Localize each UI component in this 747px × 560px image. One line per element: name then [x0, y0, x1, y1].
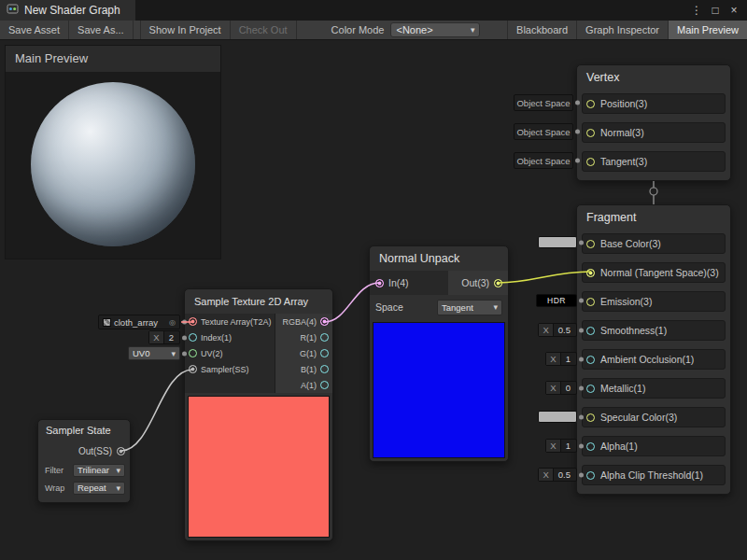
texture-array-object-field[interactable]: cloth_array ◎ [98, 315, 180, 329]
space-label: Space [375, 301, 403, 313]
port-texture-array-icon[interactable] [189, 317, 197, 326]
wrap-value: Repeat [78, 483, 106, 493]
slot-ambient-occlusion: Ambient Occlusion(1) [582, 349, 726, 370]
color-mode-dropdown[interactable]: <None> ▾ [390, 22, 480, 37]
filter-row: Filter Trilinear ▾ [38, 461, 130, 479]
port-metallic-icon[interactable] [586, 385, 595, 393]
slot-texture-array: Texture Array(T2A) [185, 314, 275, 329]
main-preview-panel[interactable]: Main Preview [5, 45, 221, 259]
normal-unpack-title: Normal Unpack [370, 246, 508, 271]
port-out-ss-icon[interactable] [117, 447, 125, 455]
vertex-fragment-connector-icon[interactable] [650, 188, 657, 195]
close-icon[interactable]: × [725, 0, 743, 21]
field-value[interactable]: 2 [164, 331, 179, 343]
field-value[interactable]: 0.5 [554, 324, 576, 336]
wrap-label: Wrap [45, 483, 69, 493]
filter-dropdown[interactable]: Trilinear ▾ [73, 464, 125, 477]
field-value[interactable]: 1 [561, 440, 576, 452]
object-picker-icon[interactable]: ◎ [169, 318, 176, 327]
field-value[interactable]: 0 [561, 382, 576, 394]
slot-label: Specular Color(3) [600, 412, 677, 423]
field-value[interactable]: 1 [561, 353, 576, 365]
port-normal-icon[interactable] [586, 129, 595, 137]
kebab-menu-icon[interactable]: ⋮ [687, 0, 706, 21]
slot-label: UV(2) [201, 349, 223, 358]
port-smoothness-icon[interactable] [586, 327, 595, 335]
maximize-icon[interactable]: □ [706, 0, 725, 21]
position-space-tag[interactable]: Object Space [514, 94, 573, 111]
graph-inspector-toggle[interactable]: Graph Inspector [576, 21, 668, 39]
wrap-row: Wrap Repeat ▾ [38, 479, 130, 497]
toolbar: Save Asset Save As... Show In Project Ch… [0, 21, 747, 40]
alpha-clip-threshold-field[interactable]: X 0.5 [538, 468, 577, 482]
port-rgba-icon[interactable] [320, 317, 329, 326]
port-position-icon[interactable] [586, 100, 595, 108]
space-dropdown[interactable]: Tangent ▾ [437, 300, 502, 315]
port-out3-icon[interactable] [494, 279, 502, 287]
check-out-button[interactable]: Check Out [231, 21, 297, 39]
index-field[interactable]: X 2 [148, 330, 180, 344]
slot-out-ss: Out(SS) [38, 441, 130, 461]
port-index-icon[interactable] [189, 333, 197, 342]
base-color-swatch[interactable] [538, 236, 577, 248]
port-tangent-icon[interactable] [586, 158, 595, 166]
port-a-icon[interactable] [320, 381, 329, 389]
slot-label: Index(1) [201, 333, 232, 343]
axis-label: X [539, 469, 553, 481]
sampler-state-title: Sampler State [38, 420, 130, 441]
sampler-state-node[interactable]: Sampler State Out(SS) Filter Trilinear ▾… [37, 419, 131, 503]
fragment-node-title: Fragment [577, 205, 730, 230]
metallic-field[interactable]: X 0 [545, 381, 577, 395]
window-controls: ⋮ □ × [687, 0, 747, 21]
port-normal-tangent-icon[interactable] [586, 269, 595, 277]
slot-a: A(1) [275, 377, 332, 393]
tangent-space-tag[interactable]: Object Space [514, 152, 573, 169]
slot-rgba: RGBA(4) [275, 314, 332, 329]
alpha-field[interactable]: X 1 [545, 439, 577, 453]
slot-tangent: Tangent(3) [582, 151, 726, 172]
slot-alpha-clip-threshold: Alpha Clip Threshold(1) [582, 465, 726, 485]
preview-sphere [31, 82, 195, 246]
port-b-icon[interactable] [320, 365, 329, 373]
blackboard-toggle[interactable]: Blackboard [507, 21, 576, 39]
edge-samplerstate-to-sampler[interactable] [121, 370, 192, 451]
port-base-color-icon[interactable] [586, 240, 595, 248]
sample-texture-2d-array-node[interactable]: Sample Texture 2D Array Texture Array(T2… [184, 288, 333, 541]
vertex-node[interactable]: Vertex Position(3) Normal(3) Tangent(3) [576, 64, 731, 181]
save-as-button[interactable]: Save As... [69, 21, 134, 39]
graph-canvas[interactable]: Main Preview Vertex Position(3) Normal(3… [0, 40, 747, 560]
save-asset-button[interactable]: Save Asset [0, 21, 69, 39]
main-preview-toggle[interactable]: Main Preview [668, 21, 747, 39]
port-ambient-occlusion-icon[interactable] [586, 356, 595, 364]
wrap-dropdown[interactable]: Repeat ▾ [73, 482, 125, 495]
normal-unpack-node[interactable]: Normal Unpack In(4) Out(3) Space Tangent… [369, 245, 509, 462]
port-emission-icon[interactable] [586, 298, 595, 306]
normal-space-tag[interactable]: Object Space [514, 123, 573, 140]
port-alpha-icon[interactable] [586, 442, 595, 451]
port-in4-icon[interactable] [375, 279, 384, 287]
chevron-down-icon: ▾ [471, 25, 475, 35]
show-in-project-button[interactable]: Show In Project [140, 21, 231, 39]
chevron-down-icon: ▾ [116, 483, 120, 493]
port-r-icon[interactable] [320, 333, 329, 342]
chevron-down-icon: ▾ [171, 349, 176, 358]
uv-channel-dropdown[interactable]: UV0 ▾ [128, 346, 180, 360]
document-tab[interactable]: New Shader Graph [0, 0, 135, 21]
fragment-node[interactable]: Fragment Base Color(3) Normal (Tangent S… [576, 204, 731, 495]
port-sampler-icon[interactable] [189, 365, 197, 373]
space-value: Tangent [442, 302, 473, 313]
emission-hdr-field[interactable]: HDR [536, 294, 577, 307]
texture-name: cloth_array [114, 317, 158, 328]
chevron-down-icon: ▾ [493, 302, 498, 312]
field-value[interactable]: 0.5 [554, 469, 576, 481]
port-g-icon[interactable] [320, 349, 329, 357]
ambient-occlusion-field[interactable]: X 1 [545, 352, 577, 366]
port-uv-icon[interactable] [189, 349, 197, 357]
port-alpha-clip-icon[interactable] [586, 471, 595, 480]
slot-label: A(1) [301, 381, 317, 390]
specular-color-swatch[interactable] [538, 411, 577, 423]
tag-label: Object Space [516, 156, 570, 166]
slot-base-color: Base Color(3) [582, 233, 726, 254]
smoothness-field[interactable]: X 0.5 [538, 323, 577, 337]
port-specular-color-icon[interactable] [586, 413, 595, 422]
